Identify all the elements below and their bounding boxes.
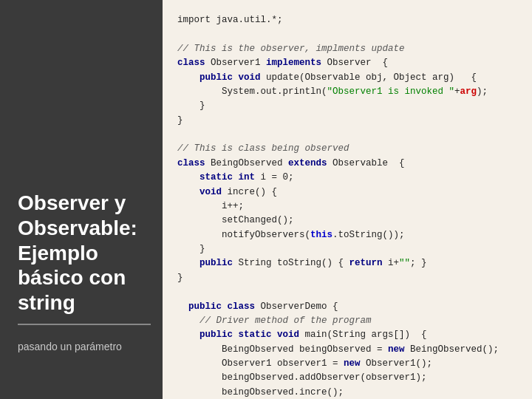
update-method: public void update(Observable obj, Objec…	[177, 72, 477, 83]
demo-class: public class ObserverDemo {	[177, 301, 338, 312]
println-line: System.out.println("Observer1 is invoked…	[177, 86, 488, 97]
static-int: static int i = 0;	[177, 172, 294, 183]
close-brace2: }	[177, 115, 183, 126]
close-brace4: }	[177, 273, 183, 283]
comment1: // This is the observer, implments updat…	[177, 44, 405, 54]
incre-call: beingObserved.incre();	[177, 387, 344, 398]
observer-inst: Observer1 observer1 = new Observer1();	[177, 358, 432, 369]
code-display: import java.util.*; // This is the obser…	[177, 13, 517, 399]
left-panel: Observer y Observable: Ejemplo básico co…	[0, 0, 163, 399]
main-method: public static void main(String args[]) {	[177, 330, 427, 340]
slide-subtitle: pasando un parámetro	[18, 340, 163, 355]
being-inst: BeingObserved beingObserved = new BeingO…	[177, 344, 499, 355]
class-being: class BeingObserved extends Observable {	[177, 158, 405, 168]
divider	[18, 324, 151, 325]
slide-title: Observer y Observable: Ejemplo básico co…	[18, 191, 163, 315]
comment3: // Driver method of the program	[177, 316, 372, 326]
import-line: import java.util.*;	[177, 15, 283, 25]
incre-method: void incre() {	[177, 187, 277, 197]
class-observer: class Observer1 implements Observer {	[177, 58, 388, 68]
increment: i++;	[177, 201, 244, 211]
add-observer: beingObserved.addObserver(observer1);	[177, 372, 427, 383]
notify-observers: notifyObservers(this.toString());	[177, 230, 405, 240]
close-brace3: }	[177, 244, 205, 254]
tostring-method: public String toString() { return i+""; …	[177, 258, 427, 268]
right-panel: import java.util.*; // This is the obser…	[163, 0, 532, 399]
set-changed: setChanged();	[177, 215, 294, 225]
close-brace1: }	[177, 100, 205, 111]
comment2: // This is class being observed	[177, 143, 349, 154]
